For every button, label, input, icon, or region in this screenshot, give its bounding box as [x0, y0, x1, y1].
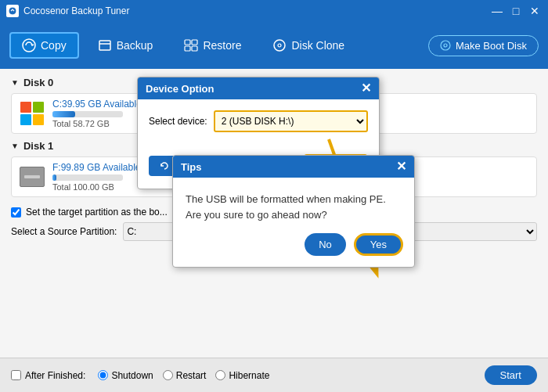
- copy-button[interactable]: Copy: [9, 32, 79, 59]
- device-option-body: Select device: 2 (USB DISK H:\): [138, 99, 379, 154]
- minimize-button[interactable]: —: [490, 4, 504, 18]
- disk0-icon: [20, 101, 45, 126]
- svg-rect-4: [185, 40, 190, 45]
- titlebar-controls: — □ ✕: [490, 4, 542, 18]
- no-button[interactable]: No: [305, 233, 346, 256]
- svg-point-10: [441, 41, 450, 50]
- select-device-row: Select device: 2 (USB DISK H:\): [149, 110, 368, 132]
- after-finished-row: After Finished:: [11, 370, 85, 381]
- device-option-header: Device Option ✕: [138, 77, 379, 99]
- titlebar-left: Cocosenor Backup Tuner: [6, 5, 129, 17]
- disk1-chevron[interactable]: ▼: [11, 142, 19, 150]
- backup-icon: [98, 38, 112, 52]
- device-option-title: Device Option: [146, 83, 214, 95]
- shutdown-radio[interactable]: [98, 370, 108, 380]
- hibernate-radio-label: Hibernate: [215, 370, 269, 381]
- svg-rect-5: [192, 40, 197, 45]
- svg-point-0: [9, 7, 16, 15]
- radio-group: Shutdown Restart Hibernate: [98, 370, 269, 381]
- shutdown-radio-label: Shutdown: [98, 370, 153, 381]
- main-content: ▼ Disk 0 C:39.95 GB Available Total 58.7…: [0, 69, 548, 358]
- restart-radio-label: Restart: [163, 370, 207, 381]
- start-button[interactable]: Start: [485, 365, 537, 385]
- svg-rect-2: [99, 41, 110, 50]
- disk1-bar-0: [52, 174, 56, 181]
- hibernate-radio[interactable]: [215, 370, 225, 380]
- tips-body: The USB will be formatted when making PE…: [173, 178, 414, 233]
- make-boot-disk-button[interactable]: Make Boot Disk: [428, 35, 539, 56]
- tips-close[interactable]: ✕: [396, 160, 406, 173]
- hibernate-label: Hibernate: [229, 370, 269, 381]
- disk-clone-icon: [272, 38, 287, 52]
- disk1-label: Disk 1: [23, 140, 53, 152]
- disk1-drive-icon-0: [20, 164, 45, 189]
- app-icon: [6, 5, 19, 17]
- disk0-chevron[interactable]: ▼: [11, 78, 19, 87]
- tips-header: Tips ✕: [173, 156, 414, 178]
- select-device-label: Select device:: [149, 116, 207, 127]
- restart-radio[interactable]: [163, 370, 173, 380]
- app-title: Cocosenor Backup Tuner: [23, 5, 129, 16]
- set-target-checkbox[interactable]: [11, 207, 21, 218]
- disk0-bar: [52, 111, 75, 117]
- svg-rect-7: [192, 46, 197, 51]
- restore-icon: [184, 38, 198, 52]
- backup-button[interactable]: Backup: [85, 32, 166, 59]
- refresh-icon: [160, 161, 169, 171]
- device-select[interactable]: 2 (USB DISK H:\): [214, 110, 368, 132]
- close-button[interactable]: ✕: [528, 4, 542, 18]
- tips-title: Tips: [181, 161, 202, 173]
- set-target-label: Set the target partition as the bo...: [26, 207, 168, 218]
- device-option-close[interactable]: ✕: [361, 82, 371, 95]
- tips-message: The USB will be formatted when making PE…: [186, 193, 386, 221]
- svg-point-8: [274, 40, 285, 51]
- tips-footer: No Yes: [173, 233, 414, 267]
- svg-point-9: [278, 44, 281, 47]
- after-finished-checkbox[interactable]: [11, 370, 21, 380]
- select-source-label: Select a Source Partition:: [11, 226, 117, 237]
- toolbar: Copy Backup Restore Disk Clone Mak: [0, 22, 548, 69]
- titlebar: Cocosenor Backup Tuner — □ ✕: [0, 0, 548, 22]
- boot-disk-icon: [440, 40, 451, 51]
- bottombar: After Finished: Shutdown Restart Hiberna…: [0, 358, 548, 392]
- tips-modal: Tips ✕ The USB will be formatted when ma…: [172, 155, 415, 268]
- restart-label: Restart: [176, 370, 207, 381]
- disk-clone-button[interactable]: Disk Clone: [260, 32, 357, 59]
- copy-icon: [22, 38, 36, 52]
- disk0-label: Disk 0: [23, 77, 53, 88]
- svg-point-11: [444, 44, 447, 47]
- shutdown-label: Shutdown: [111, 370, 153, 381]
- restore-button[interactable]: Restore: [171, 32, 254, 59]
- svg-rect-6: [185, 46, 190, 51]
- maximize-button[interactable]: □: [509, 4, 523, 18]
- yes-button[interactable]: Yes: [354, 233, 403, 256]
- after-finished-label: After Finished:: [25, 370, 85, 381]
